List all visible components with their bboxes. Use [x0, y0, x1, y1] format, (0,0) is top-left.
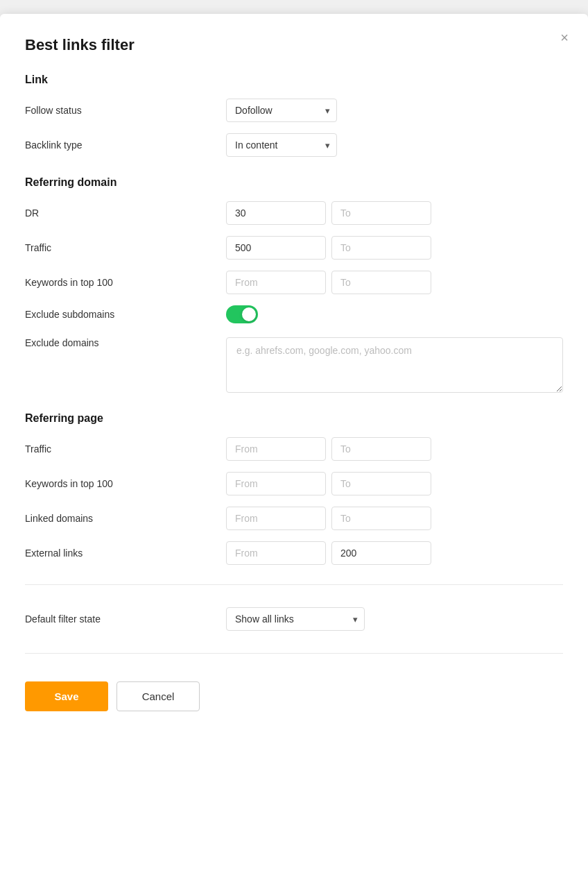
follow-status-label: Follow status [25, 105, 226, 116]
dr-from-input[interactable] [226, 201, 326, 225]
default-filter-wrapper: Show all links Show filtered links Custo… [226, 607, 365, 631]
backlink-type-row: Backlink type In content Sitewide Image … [25, 133, 563, 157]
save-button[interactable]: Save [25, 681, 108, 711]
external-links-to-input[interactable] [331, 541, 431, 565]
linked-domains-inputs [226, 507, 431, 530]
rp-traffic-inputs [226, 437, 431, 461]
exclude-domains-row: Exclude domains [25, 334, 563, 393]
linked-domains-row: Linked domains [25, 507, 563, 530]
follow-status-select[interactable]: Dofollow Nofollow All [226, 99, 337, 122]
toggle-slider [226, 305, 258, 323]
section-divider [25, 584, 563, 585]
linked-domains-label: Linked domains [25, 513, 226, 524]
rp-keywords-label: Keywords in top 100 [25, 478, 226, 489]
referring-domain-section: Referring domain DR Traffic Keywords in … [25, 176, 563, 393]
footer-actions: Save Cancel [25, 670, 563, 711]
external-links-inputs [226, 541, 431, 565]
rp-keywords-from-input[interactable] [226, 472, 326, 495]
default-filter-select[interactable]: Show all links Show filtered links Custo… [226, 607, 365, 631]
dr-inputs [226, 201, 431, 225]
modal-title: Best links filter [25, 36, 563, 54]
rp-traffic-label: Traffic [25, 443, 226, 455]
backlink-type-wrapper: In content Sitewide Image All [226, 133, 337, 157]
close-button[interactable]: × [557, 28, 571, 47]
exclude-domains-label: Exclude domains [25, 337, 226, 348]
exclude-subdomains-toggle-wrapper [226, 305, 258, 323]
default-filter-label: Default filter state [25, 613, 226, 625]
follow-status-row: Follow status Dofollow Nofollow All [25, 99, 563, 122]
follow-status-wrapper: Dofollow Nofollow All [226, 99, 337, 122]
linked-domains-to-input[interactable] [331, 507, 431, 530]
rd-traffic-to-input[interactable] [331, 236, 431, 260]
referring-domain-title: Referring domain [25, 176, 563, 189]
referring-page-section: Referring page Traffic Keywords in top 1… [25, 412, 563, 565]
rd-traffic-label: Traffic [25, 242, 226, 253]
external-links-label: External links [25, 548, 226, 559]
cancel-button[interactable]: Cancel [116, 681, 200, 711]
exclude-subdomains-row: Exclude subdomains [25, 305, 563, 323]
referring-page-title: Referring page [25, 412, 563, 425]
exclude-subdomains-label: Exclude subdomains [25, 309, 226, 320]
external-links-from-input[interactable] [226, 541, 326, 565]
dr-label: DR [25, 207, 226, 219]
rd-keywords-from-input[interactable] [226, 271, 326, 294]
rd-keywords-row: Keywords in top 100 [25, 271, 563, 294]
default-filter-row: Default filter state Show all links Show… [25, 602, 563, 636]
rp-traffic-from-input[interactable] [226, 437, 326, 461]
filter-modal: × Best links filter Link Follow status D… [0, 14, 588, 882]
rd-traffic-from-input[interactable] [226, 236, 326, 260]
rp-traffic-to-input[interactable] [331, 437, 431, 461]
exclude-domains-textarea[interactable] [226, 337, 563, 393]
external-links-row: External links [25, 541, 563, 565]
backlink-type-label: Backlink type [25, 139, 226, 151]
footer-divider [25, 653, 563, 654]
linked-domains-from-input[interactable] [226, 507, 326, 530]
rp-traffic-row: Traffic [25, 437, 563, 461]
rd-traffic-row: Traffic [25, 236, 563, 260]
rd-traffic-inputs [226, 236, 431, 260]
rd-keywords-label: Keywords in top 100 [25, 277, 226, 288]
rd-keywords-inputs [226, 271, 431, 294]
link-section: Link Follow status Dofollow Nofollow All… [25, 74, 563, 157]
exclude-subdomains-toggle[interactable] [226, 305, 258, 323]
rp-keywords-row: Keywords in top 100 [25, 472, 563, 495]
backlink-type-select[interactable]: In content Sitewide Image All [226, 133, 337, 157]
dr-to-input[interactable] [331, 201, 431, 225]
link-section-title: Link [25, 74, 563, 86]
rd-keywords-to-input[interactable] [331, 271, 431, 294]
rp-keywords-to-input[interactable] [331, 472, 431, 495]
dr-row: DR [25, 201, 563, 225]
rp-keywords-inputs [226, 472, 431, 495]
